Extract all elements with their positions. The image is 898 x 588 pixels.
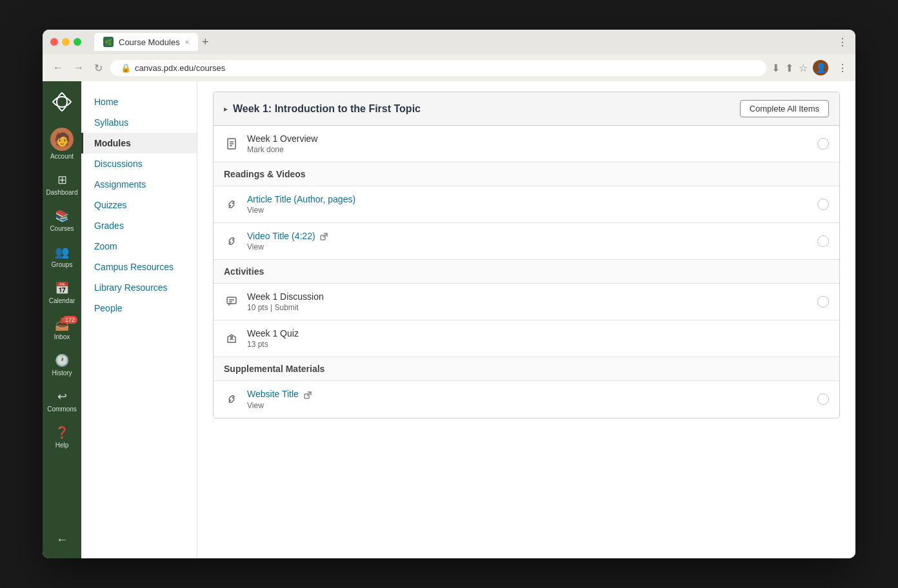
nav-grades[interactable]: Grades bbox=[81, 215, 197, 236]
browser-menu-button[interactable]: ⋮ bbox=[837, 36, 848, 48]
maximize-button[interactable] bbox=[74, 38, 81, 46]
lock-icon: 🔒 bbox=[121, 63, 131, 73]
sidebar-item-help[interactable]: ❓ Help bbox=[43, 420, 81, 454]
link-icon-video bbox=[224, 233, 239, 249]
nav-discussions[interactable]: Discussions bbox=[81, 153, 197, 174]
external-link-icon-video bbox=[320, 232, 329, 241]
download-icon[interactable]: ⬇ bbox=[772, 62, 780, 74]
address-bar: ← → ↻ 🔒 canvas.pdx.edu/courses ⬇ ⬆ ☆ 👤 ⋮ bbox=[43, 54, 855, 81]
sidebar-item-history[interactable]: 🕐 History bbox=[43, 348, 81, 382]
module-item-quiz: Week 1 Quiz 13 pts bbox=[214, 320, 839, 357]
active-tab[interactable]: 🌿 Course Modules × bbox=[94, 33, 198, 51]
quiz-content: Week 1 Quiz 13 pts bbox=[247, 328, 829, 349]
share-icon[interactable]: ⬆ bbox=[785, 62, 793, 74]
sidebar-item-courses[interactable]: 📚 Courses bbox=[43, 204, 81, 237]
commons-label: Commons bbox=[47, 406, 77, 413]
reload-button[interactable]: ↻ bbox=[92, 59, 105, 77]
help-icon: ❓ bbox=[55, 426, 69, 440]
overview-subtitle: Mark done bbox=[247, 145, 810, 154]
quiz-subtitle: 13 pts bbox=[247, 340, 829, 349]
section-header-activities: Activities bbox=[214, 260, 839, 284]
svg-point-9 bbox=[231, 337, 233, 338]
nav-syllabus[interactable]: Syllabus bbox=[81, 112, 197, 133]
nav-home[interactable]: Home bbox=[81, 92, 197, 112]
sidebar-item-calendar[interactable]: 📅 Calendar bbox=[43, 276, 81, 309]
profile-avatar[interactable]: 👤 bbox=[813, 60, 828, 75]
video-checkbox[interactable] bbox=[817, 235, 829, 247]
link-icon-website bbox=[224, 391, 239, 407]
section-header-supplemental: Supplemental Materials bbox=[214, 357, 839, 381]
module-container: ▸ Week 1: Introduction to the First Topi… bbox=[213, 92, 840, 418]
dashboard-icon: ⊞ bbox=[57, 173, 67, 187]
tab-title: Course Modules bbox=[119, 37, 180, 47]
courses-icon: 📚 bbox=[55, 209, 69, 223]
forward-button[interactable]: → bbox=[71, 59, 86, 76]
quiz-icon bbox=[224, 331, 239, 346]
module-item-article: Article Title (Author, pages) View bbox=[214, 186, 839, 223]
discussion-subtitle: 10 pts | Submit bbox=[247, 303, 810, 312]
article-subtitle: View bbox=[247, 206, 810, 215]
close-button[interactable] bbox=[50, 38, 58, 46]
calendar-label: Calendar bbox=[49, 297, 75, 304]
video-subtitle: View bbox=[247, 242, 810, 251]
inbox-badge: 172 bbox=[63, 316, 77, 324]
new-tab-button[interactable]: + bbox=[202, 35, 209, 49]
quiz-title: Week 1 Quiz bbox=[247, 328, 829, 338]
module-title: Week 1: Introduction to the First Topic bbox=[233, 103, 421, 115]
sidebar-collapse-button[interactable]: ← bbox=[43, 528, 81, 552]
tab-close-button[interactable]: × bbox=[185, 38, 189, 46]
calendar-icon: 📅 bbox=[55, 281, 69, 295]
nav-people[interactable]: People bbox=[81, 298, 197, 318]
nav-quizzes[interactable]: Quizzes bbox=[81, 195, 197, 215]
sidebar-item-commons[interactable]: ↩ Commons bbox=[43, 384, 81, 418]
history-label: History bbox=[52, 369, 72, 377]
title-bar: 🌿 Course Modules × + ⋮ bbox=[43, 30, 855, 54]
website-content: Website Title View bbox=[247, 389, 810, 409]
section-header-readings: Readings & Videos bbox=[214, 162, 839, 186]
video-title[interactable]: Video Title (4:22) bbox=[247, 231, 810, 241]
overview-title: Week 1 Overview bbox=[247, 133, 810, 144]
chrome-menu-button[interactable]: ⋮ bbox=[837, 62, 848, 74]
website-title[interactable]: Website Title bbox=[247, 389, 810, 399]
minimize-button[interactable] bbox=[62, 38, 70, 46]
back-button[interactable]: ← bbox=[50, 59, 66, 76]
complete-all-button[interactable]: Complete All Items bbox=[740, 100, 829, 117]
website-checkbox[interactable] bbox=[817, 393, 829, 405]
help-label: Help bbox=[55, 442, 69, 449]
nav-library-resources[interactable]: Library Resources bbox=[81, 277, 197, 298]
courses-label: Courses bbox=[50, 225, 74, 232]
article-content: Article Title (Author, pages) View bbox=[247, 194, 810, 215]
discussion-content: Week 1 Discussion 10 pts | Submit bbox=[247, 291, 810, 312]
nav-modules[interactable]: Modules bbox=[81, 133, 197, 153]
traffic-lights bbox=[50, 38, 81, 46]
sidebar-item-account[interactable]: 🧑 Account bbox=[43, 122, 81, 165]
nav-zoom[interactable]: Zoom bbox=[81, 236, 197, 257]
discussion-checkbox[interactable] bbox=[817, 296, 829, 308]
main-content: ▸ Week 1: Introduction to the First Topi… bbox=[197, 81, 855, 558]
dashboard-label: Dashboard bbox=[46, 189, 78, 196]
module-item-discussion: Week 1 Discussion 10 pts | Submit bbox=[214, 284, 839, 320]
nav-campus-resources[interactable]: Campus Resources bbox=[81, 257, 197, 277]
module-toggle-button[interactable]: ▸ bbox=[224, 104, 228, 113]
groups-icon: 👥 bbox=[55, 245, 69, 259]
groups-label: Groups bbox=[52, 261, 73, 268]
module-title-area: ▸ Week 1: Introduction to the First Topi… bbox=[224, 103, 421, 115]
overview-content: Week 1 Overview Mark done bbox=[247, 133, 810, 154]
discussion-title: Week 1 Discussion bbox=[247, 291, 810, 302]
bookmark-icon[interactable]: ☆ bbox=[799, 62, 808, 74]
sidebar-item-groups[interactable]: 👥 Groups bbox=[43, 240, 81, 273]
overview-checkbox[interactable] bbox=[817, 138, 829, 150]
discussion-icon bbox=[224, 294, 239, 309]
account-label: Account bbox=[50, 153, 74, 160]
article-title[interactable]: Article Title (Author, pages) bbox=[247, 194, 810, 204]
address-input[interactable]: 🔒 canvas.pdx.edu/courses bbox=[110, 60, 766, 76]
article-checkbox[interactable] bbox=[817, 199, 829, 210]
app-content: 🧑 Account ⊞ Dashboard 📚 Courses 👥 Groups… bbox=[43, 81, 855, 558]
tab-bar: 🌿 Course Modules × + bbox=[94, 33, 832, 51]
sidebar-item-dashboard[interactable]: ⊞ Dashboard bbox=[43, 168, 81, 201]
module-item-overview: Week 1 Overview Mark done bbox=[214, 126, 839, 162]
sidebar-item-inbox[interactable]: 📥 172 Inbox bbox=[43, 312, 81, 346]
nav-assignments[interactable]: Assignments bbox=[81, 174, 197, 195]
canvas-sidebar: 🧑 Account ⊞ Dashboard 📚 Courses 👥 Groups… bbox=[43, 81, 81, 558]
canvas-logo bbox=[48, 88, 76, 116]
